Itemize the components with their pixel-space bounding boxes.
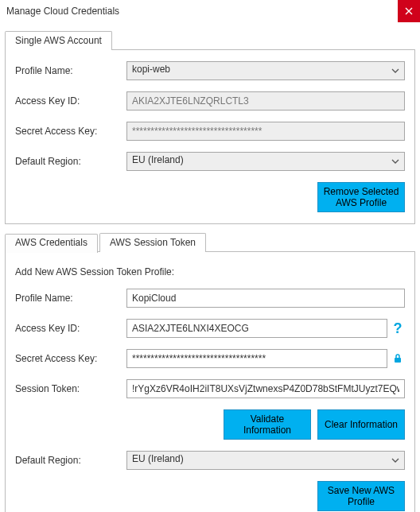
- help-icon[interactable]: ?: [391, 320, 405, 337]
- region-label: Default Region:: [15, 156, 126, 167]
- session-region-value: EU (Ireland): [132, 453, 184, 464]
- session-region-label: Default Region:: [15, 455, 126, 466]
- profile-name-value: kopi-web: [132, 64, 170, 75]
- session-token-input[interactable]: [126, 379, 405, 398]
- session-profile-name-label: Profile Name:: [15, 293, 126, 304]
- region-select[interactable]: EU (Ireland): [126, 152, 405, 171]
- session-token-section: AWS Credentials AWS Session Token Add Ne…: [5, 232, 415, 512]
- access-key-field: [126, 91, 405, 111]
- remove-profile-label: Remove Selected AWS Profile: [321, 186, 401, 209]
- profile-name-label: Profile Name:: [15, 65, 126, 76]
- session-region-select[interactable]: EU (Ireland): [126, 451, 405, 470]
- clear-button[interactable]: Clear Information: [317, 409, 405, 440]
- secret-key-label: Secret Access Key:: [15, 126, 126, 137]
- window-title: Manage Cloud Credentials: [6, 6, 119, 17]
- svg-rect-0: [395, 358, 401, 363]
- access-key-label: Access Key ID:: [15, 95, 126, 107]
- session-secret-key-input[interactable]: [126, 349, 387, 368]
- chevron-down-icon: [387, 62, 404, 80]
- chevron-down-icon: [387, 153, 404, 170]
- session-token-label: Session Token:: [15, 383, 126, 394]
- save-profile-button[interactable]: Save New AWS Profile: [317, 481, 405, 511]
- tab-single-aws-account[interactable]: Single AWS Account: [5, 31, 112, 50]
- session-profile-name-input[interactable]: [126, 289, 405, 308]
- tab-aws-session-token[interactable]: AWS Session Token: [99, 233, 206, 252]
- close-button[interactable]: [398, 0, 420, 22]
- region-value: EU (Ireland): [132, 154, 184, 165]
- single-account-section: Single AWS Account Profile Name: kopi-we…: [5, 30, 415, 224]
- titlebar: Manage Cloud Credentials: [0, 0, 420, 22]
- remove-profile-button[interactable]: Remove Selected AWS Profile: [317, 182, 405, 212]
- session-heading: Add New AWS Session Token Profile:: [15, 266, 405, 277]
- tab-aws-credentials[interactable]: AWS Credentials: [5, 234, 98, 253]
- session-access-key-label: Access Key ID:: [15, 323, 126, 334]
- validate-label: Validate Information: [228, 413, 307, 436]
- secret-key-field: [126, 122, 405, 141]
- save-profile-label: Save New AWS Profile: [321, 485, 401, 508]
- clear-label: Clear Information: [325, 419, 398, 430]
- profile-name-select[interactable]: kopi-web: [126, 61, 405, 80]
- close-icon: [405, 7, 413, 15]
- validate-button[interactable]: Validate Information: [224, 409, 311, 440]
- lock-icon[interactable]: [391, 353, 405, 364]
- chevron-down-icon: [387, 452, 404, 469]
- session-access-key-input[interactable]: [126, 319, 387, 338]
- session-secret-key-label: Secret Access Key:: [15, 353, 126, 364]
